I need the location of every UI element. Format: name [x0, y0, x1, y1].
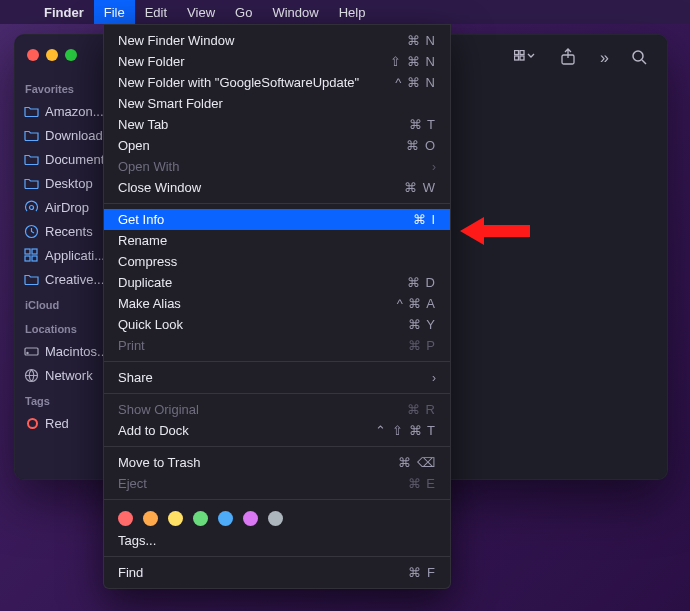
menu-item[interactable]: Find⌘ F: [104, 562, 450, 583]
menu-separator: [104, 393, 450, 394]
share-icon[interactable]: [560, 48, 576, 69]
tag-color-dot[interactable]: [243, 511, 258, 526]
sidebar-item-label: Network: [45, 368, 93, 383]
menu-item[interactable]: Open⌘ O: [104, 135, 450, 156]
menu-item-label: Share: [118, 370, 153, 385]
menu-item-shortcut: ⌘ Y: [408, 317, 436, 332]
menu-item[interactable]: Quick Look⌘ Y: [104, 314, 450, 335]
svg-rect-10: [520, 50, 524, 54]
folder-icon: [23, 127, 39, 143]
clock-icon: [23, 223, 39, 239]
tag-color-dot[interactable]: [168, 511, 183, 526]
sidebar-item-label: Red: [45, 416, 69, 431]
menu-item-shortcut: ^ ⌘ A: [397, 296, 436, 311]
menu-item-label: New Folder: [118, 54, 184, 69]
menu-item[interactable]: Move to Trash⌘ ⌫: [104, 452, 450, 473]
menu-item[interactable]: Add to Dock⌃ ⇧ ⌘ T: [104, 420, 450, 441]
svg-rect-12: [520, 56, 524, 60]
menu-item[interactable]: New Folder⇧ ⌘ N: [104, 51, 450, 72]
menu-item-shortcut: ^ ⌘ N: [395, 75, 436, 90]
folder-icon: [23, 271, 39, 287]
menubar-item-file[interactable]: File: [94, 0, 135, 24]
file-menu-dropdown: New Finder Window⌘ NNew Folder⇧ ⌘ NNew F…: [103, 24, 451, 589]
menu-item-shortcut: ⌘ O: [406, 138, 436, 153]
sidebar-item-label: Macintos..: [45, 344, 104, 359]
menubar-item-edit[interactable]: Edit: [135, 0, 177, 24]
globe-icon: [23, 367, 39, 383]
menu-separator: [104, 203, 450, 204]
menubar-app-name[interactable]: Finder: [34, 0, 94, 24]
tag-color-dot[interactable]: [268, 511, 283, 526]
menu-item-shortcut: ⌘ T: [409, 117, 436, 132]
sidebar-item-label: Recents: [45, 224, 93, 239]
menu-item-label: Get Info: [118, 212, 164, 227]
menubar-item-help[interactable]: Help: [329, 0, 376, 24]
menu-item[interactable]: New Folder with "GoogleSoftwareUpdate"^ …: [104, 72, 450, 93]
svg-point-0: [29, 205, 33, 209]
menu-item[interactable]: New Tab⌘ T: [104, 114, 450, 135]
menu-item-shortcut: ⌘ N: [407, 33, 436, 48]
tag-color-dot[interactable]: [118, 511, 133, 526]
menu-item-shortcut: ⌘ D: [407, 275, 436, 290]
svg-rect-9: [515, 50, 519, 54]
search-icon[interactable]: [631, 49, 647, 68]
menu-item-label: Find: [118, 565, 143, 580]
folder-icon: [23, 175, 39, 191]
menu-item: Print⌘ P: [104, 335, 450, 356]
menu-item-label: Compress: [118, 254, 177, 269]
menu-item[interactable]: Get Info⌘ I: [104, 209, 450, 230]
menubar-item-go[interactable]: Go: [225, 0, 262, 24]
menu-item[interactable]: Tags...: [104, 530, 450, 551]
tag-color-dot[interactable]: [218, 511, 233, 526]
menubar-item-window[interactable]: Window: [262, 0, 328, 24]
menu-item-label: Duplicate: [118, 275, 172, 290]
menu-item-shortcut: ⌘ ⌫: [398, 455, 436, 470]
view-options-icon[interactable]: [514, 50, 536, 67]
menu-item[interactable]: Close Window⌘ W: [104, 177, 450, 198]
menu-item-shortcut: ⇧ ⌘ N: [390, 54, 436, 69]
disk-icon: [23, 343, 39, 359]
sidebar-item-label: Applicati...: [45, 248, 105, 263]
airdrop-icon: [23, 199, 39, 215]
minimize-button[interactable]: [46, 49, 58, 61]
menu-item-label: New Tab: [118, 117, 168, 132]
menu-item-label: Show Original: [118, 402, 199, 417]
menu-item[interactable]: Rename: [104, 230, 450, 251]
menu-item-label: Tags...: [118, 533, 156, 548]
chevron-right-icon: ›: [432, 371, 436, 385]
menu-item[interactable]: New Smart Folder: [104, 93, 450, 114]
sidebar-item-label: Amazon...: [45, 104, 104, 119]
svg-point-7: [26, 352, 27, 353]
menu-item[interactable]: Compress: [104, 251, 450, 272]
menu-item-label: Close Window: [118, 180, 201, 195]
svg-marker-15: [460, 217, 530, 245]
grid-icon: [23, 247, 39, 263]
sidebar-item-label: Download: [45, 128, 103, 143]
folder-icon: [23, 151, 39, 167]
menu-item-shortcut: ⌃ ⇧ ⌘ T: [375, 423, 436, 438]
chevron-right-icon: ›: [432, 160, 436, 174]
menu-item-label: Open: [118, 138, 150, 153]
menu-item[interactable]: Share›: [104, 367, 450, 388]
menu-tag-colors: [104, 505, 450, 530]
more-icon[interactable]: »: [600, 49, 607, 67]
tag-color-dot[interactable]: [193, 511, 208, 526]
zoom-button[interactable]: [65, 49, 77, 61]
svg-rect-3: [32, 249, 37, 254]
menu-item-shortcut: ⌘ I: [413, 212, 436, 227]
tag-color-dot[interactable]: [143, 511, 158, 526]
svg-rect-5: [32, 256, 37, 261]
menu-item[interactable]: Make Alias^ ⌘ A: [104, 293, 450, 314]
menu-item[interactable]: New Finder Window⌘ N: [104, 30, 450, 51]
menubar-item-view[interactable]: View: [177, 0, 225, 24]
menu-item-label: New Finder Window: [118, 33, 234, 48]
menu-item[interactable]: Duplicate⌘ D: [104, 272, 450, 293]
menu-separator: [104, 446, 450, 447]
close-button[interactable]: [27, 49, 39, 61]
menu-item-label: New Smart Folder: [118, 96, 223, 111]
menu-item-label: New Folder with "GoogleSoftwareUpdate": [118, 75, 359, 90]
annotation-arrow: [460, 215, 530, 250]
menu-item-label: Rename: [118, 233, 167, 248]
menu-item: Open With›: [104, 156, 450, 177]
sidebar-item-label: Creative...: [45, 272, 104, 287]
